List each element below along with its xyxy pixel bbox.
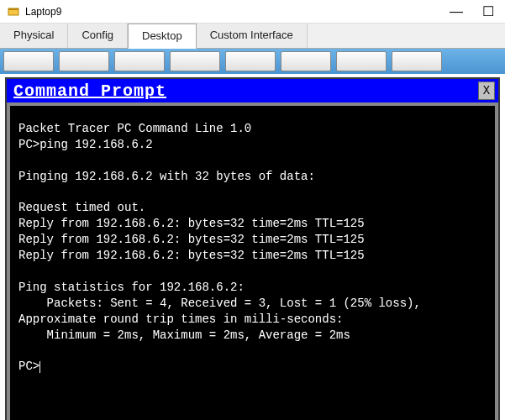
window-controls: — ☐ xyxy=(451,7,498,17)
svg-rect-1 xyxy=(8,8,18,10)
desktop-tool-7[interactable] xyxy=(336,51,387,71)
cmd-title: Command Prompt xyxy=(13,81,166,101)
desktop-tool-2[interactable] xyxy=(59,51,109,71)
window-title: Laptop9 xyxy=(25,6,61,18)
tab-bar: Physical Config Desktop Custom Interface xyxy=(0,24,505,49)
titlebar-left: Laptop9 xyxy=(7,5,61,18)
desktop-tool-6[interactable] xyxy=(281,51,331,71)
desktop-app-strip xyxy=(0,49,505,74)
tab-physical[interactable]: Physical xyxy=(0,24,68,48)
minimize-button[interactable]: — xyxy=(451,7,461,17)
desktop-tool-5[interactable] xyxy=(225,51,276,71)
terminal-cursor xyxy=(39,361,40,373)
desktop-tool-1[interactable] xyxy=(3,51,54,71)
window-titlebar: Laptop9 — ☐ xyxy=(0,0,505,24)
desktop-tool-8[interactable] xyxy=(392,51,442,71)
tab-custom-interface[interactable]: Custom Interface xyxy=(197,24,308,48)
desktop-tool-4[interactable] xyxy=(170,51,220,71)
tab-desktop[interactable]: Desktop xyxy=(128,24,197,49)
desktop-tool-3[interactable] xyxy=(114,51,165,71)
terminal-output[interactable]: Packet Tracer PC Command Line 1.0 PC>pin… xyxy=(7,102,498,420)
tab-config[interactable]: Config xyxy=(68,24,128,48)
app-icon xyxy=(7,5,20,18)
cmd-close-button[interactable]: X xyxy=(478,81,495,100)
maximize-button[interactable]: ☐ xyxy=(483,7,493,17)
cmd-titlebar: Command Prompt X xyxy=(7,79,498,102)
command-prompt-window: Command Prompt X Packet Tracer PC Comman… xyxy=(5,77,500,420)
